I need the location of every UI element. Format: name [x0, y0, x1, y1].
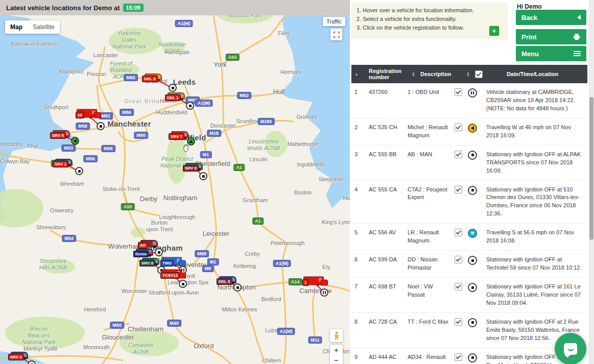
instruction-line: 3. Click on the vehicle registration to …: [357, 23, 503, 32]
status-stop-icon: [199, 172, 207, 180]
row-number: 9: [354, 353, 369, 361]
vehicle-tracking-app: Map Satellite Traffic + − KendalScarboro…: [0, 0, 594, 364]
chat-widget-button[interactable]: [555, 333, 586, 364]
row-status-cell: [468, 283, 486, 292]
status-stop-icon: [97, 122, 105, 130]
vehicle-tag-label: TMO: [160, 260, 174, 266]
back-button-label: Back: [521, 14, 537, 21]
row-status-cell: [468, 124, 486, 133]
road-badge: A64: [226, 54, 240, 61]
sort-index-asc-icon[interactable]: ▲: [354, 72, 369, 77]
row-number: 5: [354, 229, 369, 237]
add-button[interactable]: +: [489, 26, 499, 36]
row-number: 6: [354, 256, 369, 264]
row-checkbox-cell: [455, 124, 468, 131]
location-text: Stationary with Ignition OFF at 510 Chem…: [486, 186, 587, 219]
zoom-out-button[interactable]: −: [330, 355, 343, 364]
row-checkbox[interactable]: [455, 151, 462, 158]
road-badge: A1(M): [175, 20, 193, 27]
row-number: 2: [354, 124, 369, 132]
column-description: Description: [415, 71, 462, 77]
status-stop-icon: [179, 280, 187, 288]
sort-description-control[interactable]: ▲▼: [466, 71, 470, 77]
row-checkbox[interactable]: [455, 124, 462, 131]
column-datetime: Date/Time/Location: [507, 71, 587, 77]
registration-link[interactable]: AC 698 BT: [369, 283, 408, 291]
hamburger-icon: [574, 51, 581, 56]
menu-button[interactable]: Menu: [516, 46, 586, 61]
road-badge: M1: [200, 151, 212, 158]
registration-link[interactable]: AC 728 CA: [369, 318, 408, 326]
row-checkbox-cell: [455, 186, 468, 193]
vehicle-tag-label: 10: [76, 112, 84, 118]
row-checkbox[interactable]: [455, 229, 462, 236]
table-row[interactable]: 8AC 728 CATT : Ford C MaxStationary with…: [351, 313, 587, 348]
vehicle-description: AD34 : Renault: [408, 353, 455, 361]
print-button[interactable]: Print: [516, 29, 586, 44]
table-row[interactable]: 9AD 444 ACAD34 : RenaultStationary with …: [351, 348, 587, 364]
status-pause-icon: [468, 88, 477, 98]
table-scrollbar[interactable]: [589, 0, 594, 364]
road-badge: M50: [110, 322, 124, 329]
registration-link[interactable]: AC 555 CA: [369, 186, 408, 194]
table-row[interactable]: 4AC 555 CACTA2 : Peugeot ExpertStationar…: [351, 181, 587, 224]
row-status-cell: [468, 318, 486, 327]
registration-link[interactable]: 437260: [369, 88, 408, 96]
truck-cab: [179, 273, 186, 279]
vehicle-description: 1 : OBD Unit: [408, 88, 455, 96]
row-number: 1: [354, 88, 369, 96]
row-number: 3: [354, 151, 369, 159]
registration-link[interactable]: AC 535 CH: [369, 124, 408, 132]
status-stop-icon: [155, 248, 163, 256]
row-checkbox[interactable]: [455, 353, 462, 361]
status-stop-icon: [169, 84, 177, 92]
map-type-map-button[interactable]: Map: [5, 20, 28, 34]
table-row[interactable]: 5AC 556 AVLR : Renault MagnumTravelling …: [351, 224, 587, 251]
table-body: 14372601 : OBD UnitVehicle stationary at…: [351, 83, 587, 364]
map-type-satellite-button[interactable]: Satellite: [28, 20, 60, 34]
table-row[interactable]: 14372601 : OBD UnitVehicle stationary at…: [351, 83, 587, 118]
row-checkbox[interactable]: [455, 318, 462, 326]
fullscreen-icon: [333, 31, 340, 38]
road-badge: M58: [76, 123, 90, 130]
registration-link[interactable]: AD 444 AC: [369, 353, 408, 361]
row-checkbox[interactable]: [455, 88, 462, 96]
table-row[interactable]: 2AC 535 CHMichel : Renault MagnumTravell…: [351, 118, 587, 145]
road-badge: M65: [124, 74, 138, 81]
table-row[interactable]: 7AC 698 BTNoel : VW PassatStationary wit…: [351, 278, 587, 313]
row-checkbox[interactable]: [455, 256, 462, 263]
back-button[interactable]: Back: [516, 10, 586, 25]
sort-registration-control[interactable]: ▲▼: [412, 71, 415, 77]
print-button-label: Print: [521, 33, 537, 41]
road-badge: A14: [289, 278, 302, 285]
traffic-button[interactable]: Traffic: [323, 17, 345, 26]
table-row[interactable]: 3AC 555 BBAB : MANStationary with Igniti…: [351, 145, 587, 181]
status-stop-icon: [468, 318, 477, 327]
select-all-checkbox[interactable]: [475, 70, 483, 78]
row-checkbox-cell: [455, 256, 468, 263]
vehicle-tag-label: DEL 5: [217, 278, 232, 285]
scrollbar-thumb[interactable]: [589, 97, 593, 240]
row-checkbox-cell: [455, 229, 468, 236]
registration-link[interactable]: AC 555 BB: [369, 151, 408, 159]
row-number: 8: [354, 318, 369, 326]
road-badge: M6: [202, 265, 214, 272]
row-checkbox[interactable]: [455, 186, 462, 193]
registration-link[interactable]: AC 556 AV: [369, 229, 408, 237]
pegman-control[interactable]: [330, 329, 343, 342]
registration-link[interactable]: AC 599 DA: [369, 256, 408, 264]
map-canvas[interactable]: Map Satellite Traffic + − KendalScarboro…: [0, 0, 350, 364]
column-registration-label: Registration number: [369, 68, 408, 80]
status-go-left-icon: [71, 137, 79, 145]
fullscreen-button[interactable]: [330, 29, 342, 40]
zoom-in-button[interactable]: +: [330, 345, 343, 355]
vehicle-description: TT : Ford C Max: [408, 318, 455, 326]
row-checkbox-cell: [455, 353, 468, 361]
table-row[interactable]: 6AC 599 DADD : Nissan PrimastarStationar…: [351, 251, 587, 278]
vehicle-table: ▲ Registration number ▲▼ Description ▲▼ …: [351, 65, 587, 364]
chat-bubble-icon: [564, 343, 577, 355]
road-badge: M1: [207, 258, 219, 265]
row-checkbox[interactable]: [455, 283, 462, 290]
status-pause-icon: [320, 288, 328, 297]
printer-icon: [573, 33, 581, 41]
